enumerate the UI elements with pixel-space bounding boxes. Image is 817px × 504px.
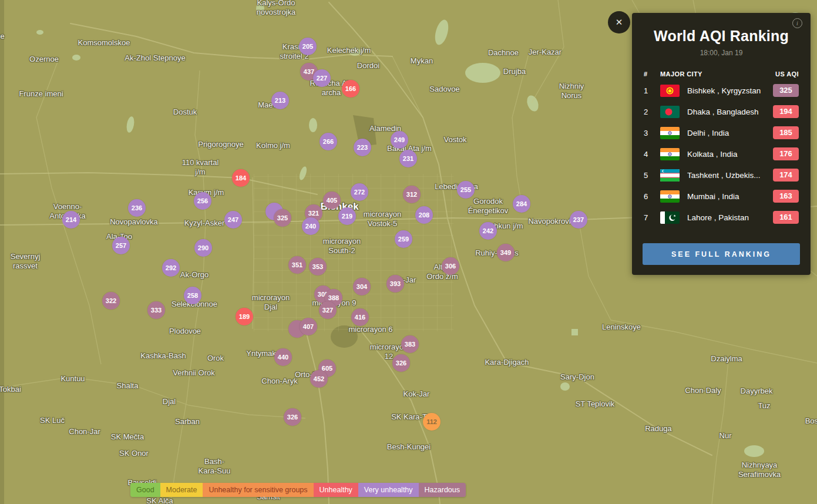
close-icon: ✕ (616, 17, 623, 28)
ranking-row[interactable]: 4Kolkata , India176 (632, 143, 811, 164)
legend-item: Unhealthy for sensitive groups (203, 483, 313, 497)
ranking-row[interactable]: 2Dhaka , Bangladesh194 (632, 101, 811, 122)
flag-bd-icon (660, 106, 680, 118)
aqi-marker[interactable]: 184 (232, 169, 250, 187)
aqi-badge: 185 (773, 126, 799, 139)
city-name: Mumbai , India (687, 192, 773, 201)
aqi-marker[interactable]: 236 (128, 199, 146, 217)
city-name: Kolkata , India (687, 150, 773, 159)
aqi-marker[interactable]: 227 (313, 69, 331, 87)
aqi-marker[interactable]: 256 (194, 192, 211, 210)
rank-number: 7 (644, 213, 660, 222)
city-name: Lahore , Pakistan (687, 213, 773, 222)
aqi-marker[interactable]: 266 (320, 133, 337, 150)
flag-in-icon (660, 190, 680, 203)
ranking-row[interactable]: 5Tashkent , Uzbekis...174 (632, 164, 811, 186)
rank-number: 2 (644, 107, 660, 116)
aqi-marker[interactable]: 219 (338, 207, 356, 225)
aqi-badge: 174 (773, 169, 799, 182)
aqi-marker[interactable]: 405 (323, 191, 341, 209)
aqi-marker[interactable]: 284 (513, 195, 530, 213)
aqi-marker[interactable]: 240 (302, 217, 320, 235)
aqi-marker[interactable]: 272 (351, 183, 368, 201)
aqi-marker[interactable]: 349 (497, 244, 515, 261)
aqi-column-header: US AQI (775, 70, 799, 78)
ranking-header: # MAJOR CITY US AQI (644, 69, 799, 79)
aqi-badge: 325 (773, 84, 799, 97)
city-name: Bishkek , Kyrgyzstan (687, 86, 773, 95)
aqi-marker[interactable]: 237 (570, 211, 587, 229)
aqi-marker[interactable]: 112 (423, 413, 441, 431)
close-panel-button[interactable]: ✕ (608, 11, 630, 33)
aqi-marker[interactable]: 407 (300, 318, 317, 335)
ranking-row[interactable]: 7Lahore , Pakistan161 (632, 207, 811, 228)
aqi-marker[interactable]: 208 (415, 206, 433, 224)
aqi-badge: 163 (773, 190, 799, 203)
info-icon[interactable]: i (792, 18, 802, 28)
legend-item: Hazardous (419, 483, 466, 497)
aqi-badge: 161 (773, 211, 799, 224)
aqi-marker[interactable]: 304 (353, 278, 371, 295)
aqi-marker[interactable]: 322 (102, 292, 120, 310)
legend-item: Very unhealthy (358, 483, 419, 497)
panel-title: World AQI Ranking (632, 27, 811, 45)
aqi-marker[interactable]: 242 (479, 222, 497, 240)
aqi-marker[interactable]: 247 (224, 211, 242, 229)
aqi-marker[interactable]: 223 (354, 139, 371, 156)
aqi-marker[interactable]: 292 (162, 259, 180, 277)
aqi-marker[interactable]: 393 (386, 275, 404, 293)
aqi-marker[interactable]: 440 (274, 348, 292, 366)
aqi-marker[interactable]: 231 (399, 150, 417, 167)
aqi-marker[interactable]: 312 (403, 186, 421, 203)
legend-item: Moderate (160, 483, 203, 497)
flag-in-icon (660, 148, 680, 160)
panel-timestamp: 18:00, Jan 19 (632, 49, 811, 57)
aqi-marker[interactable]: 333 (147, 301, 165, 319)
aqi-marker[interactable]: 325 (274, 209, 291, 227)
rank-number: 4 (644, 150, 660, 159)
aqi-marker[interactable]: 452 (310, 370, 328, 388)
aqi-marker[interactable]: 306 (442, 257, 459, 275)
aqi-marker[interactable]: 416 (351, 308, 369, 326)
legend-item: Good (130, 483, 160, 497)
city-name: Delhi , India (687, 129, 773, 137)
legend-item: Unhealthy (314, 483, 358, 497)
aqi-marker[interactable]: 189 (236, 308, 253, 325)
aqi-marker[interactable]: 351 (288, 256, 306, 274)
rank-number: 1 (644, 86, 660, 95)
aqi-marker[interactable]: 258 (184, 287, 201, 304)
flag-pk-icon (660, 211, 680, 224)
aqi-badge: 176 (773, 147, 799, 160)
rank-number: 5 (644, 171, 660, 180)
ranking-row[interactable]: 1Bishkek , Kyrgyzstan325 (632, 80, 811, 101)
aqi-marker[interactable]: 290 (194, 239, 212, 257)
aqi-marker[interactable]: 213 (271, 92, 289, 109)
rank-column-header: # (644, 70, 660, 78)
aqi-marker[interactable]: 205 (299, 38, 317, 55)
city-column-header: MAJOR CITY (660, 70, 775, 78)
aqi-marker[interactable]: 166 (342, 80, 359, 98)
city-name: Dhaka , Bangladesh (687, 107, 773, 116)
flag-in-icon (660, 127, 680, 139)
ranking-row[interactable]: 6Mumbai , India163 (632, 186, 811, 207)
aqi-badge: 194 (773, 105, 799, 118)
aqi-marker[interactable]: 383 (401, 335, 419, 353)
aqi-marker[interactable]: 214 (62, 211, 80, 229)
ranking-row[interactable]: 3Delhi , India185 (632, 122, 811, 143)
flag-kg-icon (660, 85, 680, 97)
aqi-marker[interactable]: 249 (391, 131, 408, 149)
aqi-marker[interactable]: 255 (457, 181, 475, 199)
aqi-marker[interactable]: 326 (392, 354, 410, 372)
aqi-marker[interactable]: 257 (112, 237, 130, 254)
aqi-marker[interactable]: 326 (284, 408, 301, 426)
aqi-marker[interactable]: 259 (395, 230, 412, 248)
aqi-marker[interactable]: 327 (319, 301, 337, 319)
flag-uz-icon (660, 169, 680, 182)
world-aqi-ranking-panel: i World AQI Ranking 18:00, Jan 19 # MAJO… (632, 13, 811, 275)
aqi-legend: GoodModerateUnhealthy for sensitive grou… (130, 483, 466, 497)
see-full-ranking-button[interactable]: SEE FULL RANKING (643, 243, 800, 265)
city-name: Tashkent , Uzbekis... (687, 171, 773, 180)
aqi-marker[interactable]: 353 (309, 258, 327, 275)
ranking-rows: 1Bishkek , Kyrgyzstan3252Dhaka , Banglad… (632, 80, 811, 228)
rank-number: 6 (644, 192, 660, 201)
